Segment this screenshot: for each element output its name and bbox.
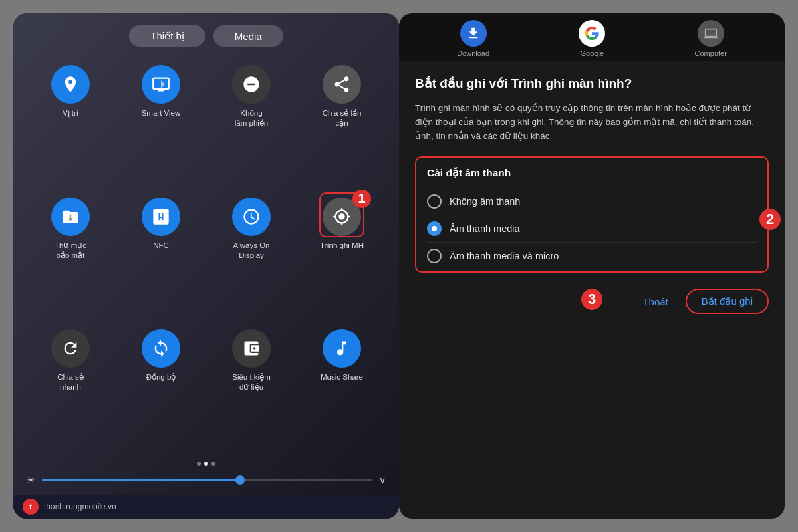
logo-icon: t: [23, 499, 39, 515]
nfc-icon-circle: [142, 198, 180, 236]
grid-item-chia-se-nhanh[interactable]: Chia sẻnhanh: [27, 323, 114, 451]
brightness-row: ☀ ∨: [27, 475, 386, 485]
page-dots: [13, 458, 399, 469]
dong-bo-label: Đồng bộ: [146, 372, 176, 382]
thu-muc-bao-mat-icon-circle: [51, 198, 90, 236]
sieu-tkiem-label: Siêu t.kiệmdữ liệu: [232, 372, 271, 392]
radio-media-sound-circle: [427, 221, 442, 236]
tab-thiet-bi[interactable]: Thiết bị: [129, 25, 205, 47]
dialog-actions: Thoát 3 Bắt đầu ghi: [415, 282, 769, 317]
radio-media-micro-label: Âm thanh media và micro: [450, 251, 559, 261]
dong-bo-icon-circle: [142, 329, 180, 368]
app-download: Download: [457, 20, 489, 57]
google-app-icon: [579, 20, 605, 47]
dialog-content: Bắt đầu ghi với Trình ghi màn hình? Trìn…: [399, 61, 785, 519]
grid-item-chia-se-lan-can[interactable]: Chia sẻ lầncận: [298, 59, 386, 187]
exit-button[interactable]: Thoát: [636, 292, 674, 311]
sieu-tkiem-icon-circle: [232, 329, 271, 368]
app-google: Google: [579, 20, 605, 57]
grid-item-vi-tri[interactable]: Vị trí: [27, 59, 114, 187]
quick-settings-grid: Vị trí Smart View Khônglàm phiền: [13, 56, 399, 458]
khong-lam-phien-label: Khônglàm phiền: [235, 108, 268, 128]
google-app-label: Google: [581, 49, 604, 57]
dialog-title: Bắt đầu ghi với Trình ghi màn hình?: [415, 76, 769, 92]
tab-media[interactable]: Media: [213, 25, 283, 47]
left-panel: Thiết bị Media Vị trí Smart View: [13, 13, 399, 519]
grid-item-nfc[interactable]: NFC: [117, 191, 205, 319]
radio-media-sound[interactable]: Âm thanh media: [427, 215, 757, 243]
brightness-low-icon: ☀: [27, 475, 35, 485]
grid-item-thu-muc-bao-mat[interactable]: Thư mụcbảo mật: [27, 191, 114, 319]
brightness-fill: [42, 479, 240, 481]
computer-app-label: Computer: [695, 49, 727, 57]
dot-2: [211, 462, 215, 466]
bottom-bar: ☀ ∨: [13, 469, 399, 495]
grid-item-music-share[interactable]: Music Share: [298, 323, 386, 451]
chevron-down-icon[interactable]: ∨: [379, 475, 386, 485]
computer-app-icon: [698, 20, 724, 47]
chia-se-nhanh-label: Chia sẻnhanh: [57, 372, 84, 392]
chia-se-lan-can-icon-circle: [323, 65, 361, 104]
right-panel: Download Google Computer Bắt đầu ghi với…: [399, 13, 785, 519]
radio-media-micro-circle: [427, 249, 442, 263]
radio-no-sound-circle: [427, 194, 442, 209]
tabs-row: Thiết bị Media: [13, 13, 399, 56]
badge-1: 1: [352, 190, 371, 208]
grid-item-always-on-display[interactable]: Always OnDisplay: [207, 191, 295, 319]
smart-view-label: Smart View: [142, 108, 181, 118]
smart-view-icon-circle: [142, 65, 180, 104]
badge-3: 3: [581, 289, 602, 310]
app-strip: Download Google Computer: [399, 13, 785, 61]
vi-tri-label: Vị trí: [63, 108, 78, 118]
trinh-ghi-mh-label: Trình ghi MH: [320, 241, 364, 251]
grid-item-trinh-ghi-mh[interactable]: 1 Trình ghi MH: [298, 191, 386, 319]
nfc-label: NFC: [153, 241, 169, 251]
grid-item-dong-bo[interactable]: Đồng bộ: [117, 323, 205, 451]
app-computer: Computer: [695, 20, 727, 57]
brightness-track[interactable]: [42, 479, 372, 481]
thu-muc-bao-mat-label: Thư mụcbảo mật: [55, 241, 86, 261]
chia-se-nhanh-icon-circle: [51, 329, 90, 368]
logo-text: thanhtrungmobile.vn: [44, 502, 116, 511]
download-app-icon: [460, 20, 487, 47]
grid-item-khong-lam-phien[interactable]: Khônglàm phiền: [207, 59, 295, 187]
radio-media-micro[interactable]: Âm thanh media và micro: [427, 243, 757, 263]
grid-item-smart-view[interactable]: Smart View: [117, 59, 205, 187]
dot-1: [204, 462, 208, 466]
sound-settings-box: Cài đặt âm thanh Không âm thanh Âm thanh…: [415, 156, 769, 273]
brightness-thumb: [235, 475, 245, 485]
logo-bar: t thanhtrungmobile.vn: [13, 495, 399, 519]
start-recording-button[interactable]: Bắt đầu ghi: [686, 289, 769, 314]
grid-item-sieu-tkiem[interactable]: Siêu t.kiệmdữ liệu: [207, 323, 295, 451]
music-share-icon-circle: [323, 329, 361, 368]
always-on-display-label: Always OnDisplay: [233, 241, 270, 261]
settings-box-wrapper: Cài đặt âm thanh Không âm thanh Âm thanh…: [415, 156, 769, 282]
badge-2: 2: [759, 209, 781, 230]
khong-lam-phien-icon-circle: [232, 65, 271, 104]
radio-no-sound[interactable]: Không âm thanh: [427, 188, 757, 215]
settings-box-title: Cài đặt âm thanh: [427, 167, 757, 179]
music-share-label: Music Share: [321, 372, 363, 382]
radio-no-sound-label: Không âm thanh: [450, 196, 520, 207]
always-on-display-icon-circle: [232, 198, 271, 236]
dot-0: [197, 462, 201, 466]
chia-se-lan-can-label: Chia sẻ lầncận: [323, 108, 362, 128]
left-content: Thiết bị Media Vị trí Smart View: [13, 13, 399, 519]
vi-tri-icon-circle: [51, 65, 90, 104]
dialog-description: Trình ghi màn hình sẽ có quyền truy cập …: [415, 102, 769, 144]
download-app-label: Download: [457, 49, 489, 57]
radio-media-sound-label: Âm thanh media: [450, 223, 520, 234]
